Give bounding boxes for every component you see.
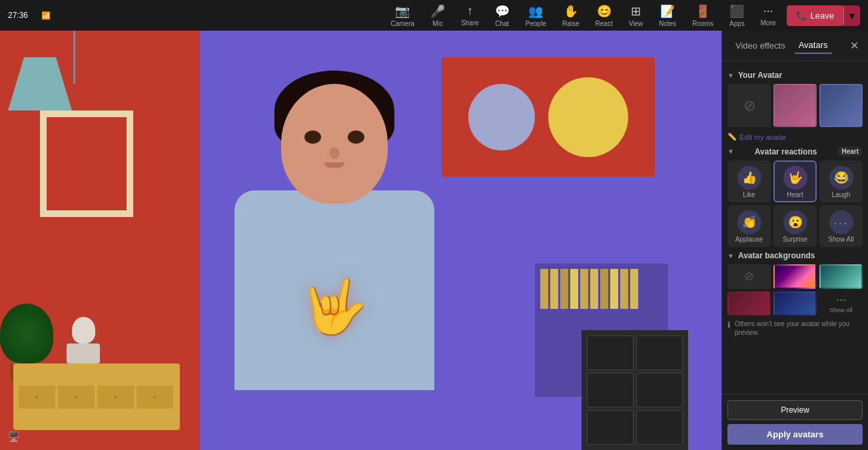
avatar-head bbox=[281, 84, 388, 204]
bg-item-3[interactable] bbox=[727, 292, 771, 316]
reaction-laugh[interactable]: 😂 Laugh bbox=[819, 160, 863, 202]
close-button[interactable]: ✕ bbox=[850, 39, 859, 52]
panel-header: Video effects Avatars ✕ bbox=[722, 31, 868, 61]
cabinet-door-1 bbox=[587, 336, 634, 370]
meeting-timer: 27:36 bbox=[8, 11, 28, 20]
tab-video-effects[interactable]: Video effects bbox=[731, 38, 789, 53]
reaction-grid: 👍 Like 🤟 Heart 😂 Laugh 👏 Applause 😮 bbox=[727, 160, 863, 247]
preview-button[interactable]: Preview bbox=[727, 400, 863, 420]
no-avatar-icon: ⊘ bbox=[743, 97, 755, 114]
reaction-badge: Heart bbox=[837, 146, 863, 156]
section-reactions[interactable]: ▼ Avatar reactions Heart bbox=[727, 146, 863, 156]
avatar-item-1[interactable] bbox=[773, 84, 817, 127]
edit-avatar-link[interactable]: ✏️ Edit my avatar bbox=[727, 132, 863, 141]
raise-icon: ✋ bbox=[564, 4, 578, 19]
panel-footer: Preview Apply avatars bbox=[722, 394, 868, 450]
avatar-mouth bbox=[324, 162, 344, 168]
books-row bbox=[535, 264, 668, 314]
heart-hands: 🤟 bbox=[268, 257, 401, 357]
chevron-down-icon: ▼ bbox=[727, 148, 734, 155]
edit-icon: ✏️ bbox=[727, 132, 737, 141]
bg-item-4[interactable] bbox=[773, 292, 817, 316]
nav-more[interactable]: ··· More bbox=[755, 1, 781, 29]
nav-raise[interactable]: ✋ Raise bbox=[557, 1, 585, 30]
mic-icon: 🎤 bbox=[430, 4, 445, 19]
show-all-icon: ··· bbox=[829, 210, 853, 234]
bust-head bbox=[72, 317, 95, 343]
wall-circle-yellow bbox=[548, 77, 628, 157]
drawer-1 bbox=[19, 385, 55, 409]
book bbox=[550, 269, 558, 309]
book bbox=[590, 269, 598, 309]
chat-icon: 💬 bbox=[495, 4, 510, 19]
camera-icon: 📷 bbox=[395, 4, 410, 19]
rooms-icon: 🚪 bbox=[695, 4, 710, 19]
leave-button[interactable]: 📞 Leave bbox=[787, 5, 843, 26]
section-backgrounds[interactable]: ▼ Avatar backgrounds bbox=[727, 251, 863, 260]
avatar-item-2[interactable]: ✓ bbox=[819, 84, 863, 127]
section-your-avatar[interactable]: ▼ Your Avatar bbox=[727, 71, 863, 80]
nav-notes[interactable]: 📝 Notes bbox=[653, 1, 681, 30]
apps-icon: ⬛ bbox=[729, 4, 744, 19]
wall-art bbox=[442, 57, 655, 177]
bust-statue bbox=[67, 317, 100, 363]
view-icon: ⊞ bbox=[631, 4, 641, 19]
no-bg-icon: ⊘ bbox=[744, 269, 754, 284]
laugh-icon: 😂 bbox=[829, 166, 853, 190]
avatar-none-item[interactable]: ⊘ bbox=[727, 84, 771, 127]
book bbox=[600, 269, 608, 309]
book bbox=[630, 269, 638, 309]
scene-left-wall bbox=[0, 31, 200, 450]
drawer-2 bbox=[58, 385, 95, 409]
book bbox=[610, 269, 618, 309]
lamp-cord bbox=[73, 31, 75, 84]
bg-item-1[interactable] bbox=[773, 264, 817, 289]
signal-icon: 📶 bbox=[41, 11, 51, 20]
cabinet-door-2 bbox=[636, 336, 683, 370]
reaction-heart[interactable]: 🤟 Heart bbox=[773, 160, 817, 202]
bust-body bbox=[67, 343, 100, 363]
nav-apps[interactable]: ⬛ Apps bbox=[724, 1, 750, 30]
reaction-surprise[interactable]: 😮 Surprise bbox=[773, 205, 817, 247]
notice-row: ℹ Others won't see your avatar while you… bbox=[727, 320, 863, 337]
plant-leaves bbox=[0, 304, 53, 363]
apply-avatars-button[interactable]: Apply avatars bbox=[727, 424, 863, 445]
reaction-like[interactable]: 👍 Like bbox=[727, 160, 771, 202]
top-nav: 📷 Camera 🎤 Mic ↑ Share 💬 Chat 👥 People ✋… bbox=[386, 1, 860, 30]
cabinet-door-4 bbox=[636, 373, 683, 407]
nav-share[interactable]: ↑ Share bbox=[456, 1, 484, 29]
nav-camera[interactable]: 📷 Camera bbox=[386, 1, 420, 30]
drawer-4 bbox=[137, 385, 173, 409]
nav-chat[interactable]: 💬 Chat bbox=[490, 1, 515, 30]
book bbox=[560, 269, 568, 309]
nav-view[interactable]: ⊞ View bbox=[624, 1, 649, 30]
bg-show-all[interactable]: ··· Show All bbox=[819, 292, 863, 316]
book bbox=[580, 269, 588, 309]
bg-none-item[interactable]: ⊘ bbox=[727, 264, 771, 289]
heart-symbol: 🤟 bbox=[301, 276, 368, 338]
cabinet-door-6 bbox=[636, 410, 683, 445]
notes-icon: 📝 bbox=[660, 4, 675, 19]
reaction-applause[interactable]: 👏 Applause bbox=[727, 205, 771, 247]
notice-text: Others won't see your avatar while you p… bbox=[735, 320, 863, 337]
avatar-eye-right bbox=[348, 130, 364, 144]
bg-item-2[interactable] bbox=[819, 264, 863, 289]
book bbox=[540, 269, 548, 309]
tab-avatars[interactable]: Avatars bbox=[795, 37, 832, 54]
nav-mic[interactable]: 🎤 Mic bbox=[425, 1, 450, 30]
book bbox=[570, 269, 578, 309]
wall-frame bbox=[40, 111, 133, 217]
surprise-icon: 😮 bbox=[783, 210, 807, 234]
nav-react[interactable]: 😊 React bbox=[590, 1, 618, 30]
avatar-scene: 🤟 bbox=[0, 31, 721, 450]
avatar-character: 🤟 bbox=[201, 84, 468, 450]
nav-rooms[interactable]: 🚪 Rooms bbox=[687, 1, 719, 30]
chevron-down-icon: ▼ bbox=[727, 72, 734, 79]
leave-chevron[interactable]: ▾ bbox=[843, 5, 860, 26]
react-icon: 😊 bbox=[597, 4, 612, 19]
more-icon: ··· bbox=[763, 4, 773, 18]
cabinet-door-5 bbox=[587, 410, 634, 445]
nav-people[interactable]: 👥 People bbox=[520, 1, 552, 30]
reaction-show-all[interactable]: ··· Show All bbox=[819, 205, 863, 247]
dresser bbox=[13, 363, 180, 430]
